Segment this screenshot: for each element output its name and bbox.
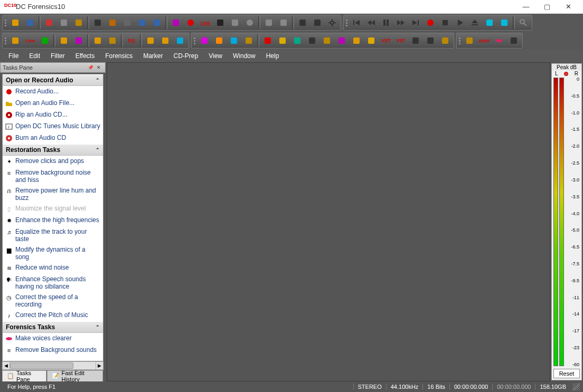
tb-cup-icon[interactable] xyxy=(276,34,289,47)
tb-eject-icon[interactable] xyxy=(468,16,482,29)
task-item[interactable]: ≡Remove Background sounds xyxy=(3,345,103,356)
tb-record-icon[interactable] xyxy=(184,16,198,29)
minimize-button[interactable]: — xyxy=(515,0,537,14)
menu-window[interactable]: Window xyxy=(228,50,261,62)
section-header[interactable]: Open or Record Audio⌃ xyxy=(3,74,103,86)
task-item[interactable]: ♪Open DC Tunes Music Library xyxy=(3,121,103,132)
tb-copy-icon[interactable] xyxy=(57,16,71,29)
main-canvas[interactable] xyxy=(107,62,550,381)
task-item[interactable]: Burn an Audio CD xyxy=(3,132,103,144)
section-header[interactable]: Forensics Tasks⌃ xyxy=(3,321,103,333)
section-header[interactable]: Restoration Tasks⌃ xyxy=(3,144,103,156)
scroll-right-icon[interactable]: ▶ xyxy=(96,362,103,369)
tb-book-icon[interactable] xyxy=(106,34,119,47)
tasks-hscroll[interactable]: ◀ ▶ xyxy=(2,361,104,370)
tb-aeda-icon[interactable]: AEDF xyxy=(477,34,491,47)
tb-tools2-icon[interactable] xyxy=(497,16,511,29)
task-item[interactable]: 🗣Enhance Speech sounds having no sibilan… xyxy=(3,274,103,292)
task-item[interactable]: ♪Correct the Pitch of Music xyxy=(3,310,103,321)
task-item[interactable]: ≡Remove background noise and hiss xyxy=(3,167,103,185)
tb-tune-icon[interactable] xyxy=(169,16,183,29)
task-item[interactable]: ▆Modify the dynamics of a song xyxy=(3,244,103,262)
menu-view[interactable]: View xyxy=(203,50,228,62)
tb-levels-icon[interactable] xyxy=(228,16,242,29)
tb-export-icon[interactable] xyxy=(91,34,105,47)
resize-grip-icon[interactable] xyxy=(572,383,580,390)
menu-file[interactable]: File xyxy=(3,50,24,62)
menu-marker[interactable]: Marker xyxy=(138,50,168,62)
menu-forensics[interactable]: Forensics xyxy=(100,50,138,62)
task-item[interactable]: ≋Reduce wind noise xyxy=(3,262,103,274)
tb-fade2-icon[interactable] xyxy=(277,16,290,29)
tb-m1-icon[interactable] xyxy=(507,34,521,47)
tb-prev-icon[interactable] xyxy=(350,16,363,29)
menu-filter[interactable]: Filter xyxy=(45,50,70,62)
tb-cols2-icon[interactable] xyxy=(311,16,324,29)
task-item[interactable]: Record Audio... xyxy=(3,86,103,98)
tb-tree-icon[interactable] xyxy=(158,34,172,47)
menu-help[interactable]: Help xyxy=(261,50,285,62)
tb-wand-icon[interactable] xyxy=(320,34,334,47)
tb-balance-icon[interactable] xyxy=(350,34,363,47)
tb-colors-icon[interactable] xyxy=(212,34,226,47)
scroll-thumb[interactable] xyxy=(10,362,73,369)
tb-redo-icon[interactable] xyxy=(150,16,164,29)
tb-open-icon[interactable] xyxy=(8,16,22,29)
tb-grid-icon[interactable] xyxy=(290,34,304,47)
task-item[interactable]: Make voices clearer xyxy=(3,333,103,345)
tb-waves-icon[interactable] xyxy=(173,34,187,47)
maximize-button[interactable]: ▢ xyxy=(537,0,558,14)
tb-paste-icon[interactable] xyxy=(72,16,86,29)
task-item[interactable]: Rip an Audio CD... xyxy=(3,109,103,121)
tb-swatch-icon[interactable] xyxy=(335,34,349,47)
tb-swirl-icon[interactable] xyxy=(213,16,227,29)
tb-save-icon[interactable] xyxy=(23,16,37,29)
tb-justice-icon[interactable] xyxy=(463,34,476,47)
tb-bars-icon[interactable] xyxy=(227,34,241,47)
tb-lips-icon[interactable] xyxy=(492,34,506,47)
menu-effects[interactable]: Effects xyxy=(70,50,100,62)
pane-tab[interactable]: 📝Fast Edit History xyxy=(47,370,103,381)
task-item[interactable]: ✦Remove clicks and pops xyxy=(3,156,103,167)
tb-pulse-icon[interactable] xyxy=(38,34,52,47)
close-button[interactable]: ✕ xyxy=(558,0,579,14)
tb-undo-icon[interactable] xyxy=(135,16,149,29)
tb-redbars-icon[interactable] xyxy=(261,34,275,47)
tb-edit-icon[interactable] xyxy=(106,16,119,29)
reset-button[interactable]: Reset xyxy=(553,369,580,378)
tb-declick-icon[interactable] xyxy=(91,16,105,29)
tb-zoom-icon[interactable] xyxy=(516,16,530,29)
tb-cols-icon[interactable] xyxy=(296,16,309,29)
tb-hier-icon[interactable] xyxy=(144,34,157,47)
tb-open2-icon[interactable] xyxy=(8,34,22,47)
tb-display-icon[interactable] xyxy=(57,34,71,47)
menu-cd-prep[interactable]: CD-Prep xyxy=(168,50,204,62)
tb-play-icon[interactable] xyxy=(453,16,467,29)
tb-pause-icon[interactable] xyxy=(379,16,393,29)
tb-bass-icon[interactable] xyxy=(424,34,437,47)
task-item[interactable]: ⫙Remove power line hum and buzz xyxy=(3,185,103,203)
task-item[interactable]: ✹Enhance the high frequencies xyxy=(3,215,103,226)
tb-atom-icon[interactable] xyxy=(242,34,256,47)
tb-scale-icon[interactable] xyxy=(438,34,452,47)
tb-next-icon[interactable] xyxy=(409,16,422,29)
tb-record2-icon[interactable] xyxy=(243,16,257,29)
task-item[interactable]: ◷Correct the speed of a recording xyxy=(3,292,103,310)
tb-diamond-icon[interactable] xyxy=(198,34,211,47)
tb-vst-icon[interactable]: VST xyxy=(379,34,393,47)
task-item[interactable]: ♬Equalize the track to your taste xyxy=(3,226,103,244)
tb-gear-icon[interactable] xyxy=(325,16,339,29)
pane-tab[interactable]: 📋Tasks Pane xyxy=(2,370,46,381)
tb-eq-icon[interactable]: EQ xyxy=(125,34,138,47)
tb-mute-icon[interactable] xyxy=(120,16,134,29)
tb-target-icon[interactable] xyxy=(305,34,319,47)
tb-tools-icon[interactable] xyxy=(483,16,496,29)
menu-edit[interactable]: Edit xyxy=(24,50,45,62)
task-item[interactable]: Open an Audio File... xyxy=(3,98,103,109)
tb-rew-icon[interactable] xyxy=(364,16,378,29)
tb-rec-icon[interactable] xyxy=(424,16,437,29)
scroll-left-icon[interactable]: ◀ xyxy=(3,362,10,369)
tb-vst2-icon[interactable]: VST xyxy=(394,34,408,47)
tb-click-icon[interactable]: Click xyxy=(23,34,37,47)
tb-live-icon[interactable]: LIVE xyxy=(199,16,212,29)
